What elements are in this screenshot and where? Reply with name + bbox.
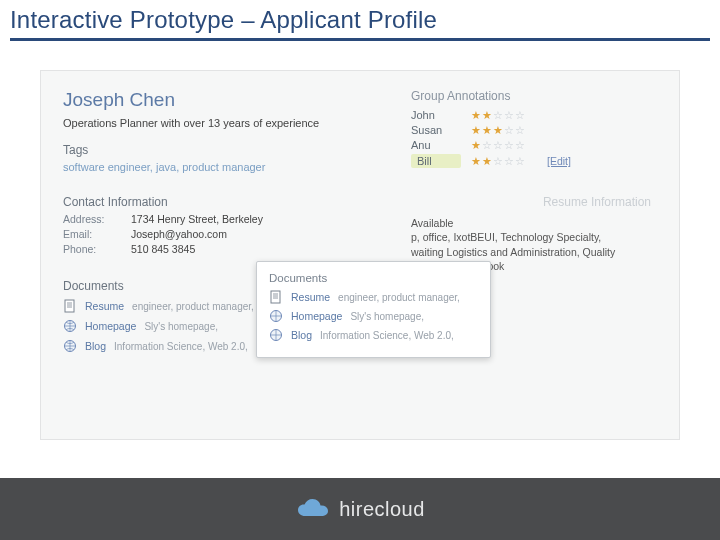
- resume-info-heading: Resume Information: [411, 194, 651, 210]
- document-tags: Sly's homepage,: [350, 311, 424, 322]
- applicant-name: Joseph Chen: [63, 89, 323, 111]
- contact-email-row: Email: Joseph@yahoo.com: [63, 228, 323, 240]
- star-icon: ☆: [504, 140, 514, 151]
- document-tags: engineer, product manager,: [132, 301, 254, 312]
- contact-address-label: Address:: [63, 213, 121, 225]
- star-icon: ☆: [515, 110, 525, 121]
- document-tags: engineer, product manager,: [338, 292, 460, 303]
- globe-icon: [63, 339, 77, 353]
- star-icon: ★: [482, 156, 492, 167]
- slide-title: Interactive Prototype – Applicant Profil…: [0, 0, 720, 36]
- applicant-headline: Operations Planner with over 13 years of…: [63, 117, 323, 129]
- star-icon: ☆: [504, 156, 514, 167]
- star-icon: ★: [482, 110, 492, 121]
- document-tags: Information Science, Web 2.0,: [320, 330, 454, 341]
- document-link[interactable]: Homepage: [291, 310, 342, 322]
- star-icon: ☆: [504, 125, 514, 136]
- documents-popup[interactable]: Documents Resume engineer, product manag…: [256, 261, 491, 358]
- annotation-row-editable: Bill ★ ★ ☆ ☆ ☆ [Edit]: [411, 154, 651, 168]
- annotator-name: Anu: [411, 139, 461, 151]
- edit-link[interactable]: [Edit]: [547, 155, 571, 167]
- brand-name: hirecloud: [339, 498, 425, 521]
- document-link[interactable]: Resume: [291, 291, 330, 303]
- tags-value[interactable]: software engineer, java, product manager: [63, 161, 323, 173]
- document-tags: Information Science, Web 2.0,: [114, 341, 248, 352]
- star-icon: ★: [471, 156, 481, 167]
- star-icon: ★: [471, 125, 481, 136]
- contact-phone-label: Phone:: [63, 243, 121, 255]
- file-icon: [63, 299, 77, 313]
- globe-icon: [269, 328, 283, 342]
- document-tags: Sly's homepage,: [144, 321, 218, 332]
- resume-info-line: waiting Logistics and Administration, Qu…: [411, 245, 651, 259]
- contact-phone-value: 510 845 3845: [131, 243, 323, 255]
- cloud-icon: [295, 498, 331, 520]
- contact-phone-row: Phone: 510 845 3845: [63, 243, 323, 255]
- rating-stars[interactable]: ★ ★ ★ ☆ ☆: [471, 125, 525, 136]
- rating-stars[interactable]: ★ ☆ ☆ ☆ ☆: [471, 140, 525, 151]
- annotator-name: Susan: [411, 124, 461, 136]
- annotation-row: Susan ★ ★ ★ ☆ ☆: [411, 124, 651, 136]
- globe-icon: [269, 309, 283, 323]
- annotation-row: John ★ ★ ☆ ☆ ☆: [411, 109, 651, 121]
- star-icon: ★: [471, 140, 481, 151]
- star-icon: ☆: [493, 156, 503, 167]
- file-icon: [269, 290, 283, 304]
- annotator-name: Bill: [411, 154, 461, 168]
- star-icon: ☆: [515, 140, 525, 151]
- globe-icon: [63, 319, 77, 333]
- document-link[interactable]: Blog: [291, 329, 312, 341]
- star-icon: ☆: [493, 110, 503, 121]
- rating-stars[interactable]: ★ ★ ☆ ☆ ☆: [471, 156, 525, 167]
- document-row[interactable]: Blog Information Science, Web 2.0,: [269, 328, 478, 342]
- star-icon: ☆: [504, 110, 514, 121]
- star-icon: ☆: [515, 156, 525, 167]
- tags-heading: Tags: [63, 143, 323, 157]
- star-icon: ☆: [515, 125, 525, 136]
- contact-heading: Contact Information: [63, 195, 323, 209]
- group-annotations-heading: Group Annotations: [411, 89, 651, 103]
- document-row[interactable]: Homepage Sly's homepage,: [269, 309, 478, 323]
- annotator-name: John: [411, 109, 461, 121]
- star-icon: ★: [471, 110, 481, 121]
- annotation-row: Anu ★ ☆ ☆ ☆ ☆: [411, 139, 651, 151]
- star-icon: ☆: [493, 140, 503, 151]
- contact-email-label: Email:: [63, 228, 121, 240]
- rating-stars[interactable]: ★ ★ ☆ ☆ ☆: [471, 110, 525, 121]
- resume-info-line: p, office, IxotBEUI, Technology Specialt…: [411, 230, 651, 244]
- contact-email-value: Joseph@yahoo.com: [131, 228, 323, 240]
- right-column: Group Annotations John ★ ★ ☆ ☆ ☆ Susan ★…: [411, 89, 651, 273]
- footer-bar: hirecloud: [0, 478, 720, 540]
- title-underline: [10, 38, 710, 41]
- document-link[interactable]: Resume: [85, 300, 124, 312]
- document-link[interactable]: Homepage: [85, 320, 136, 332]
- brand-logo: hirecloud: [295, 498, 425, 521]
- popup-heading: Documents: [269, 272, 478, 284]
- star-icon: ★: [493, 125, 503, 136]
- applicant-profile-app: Joseph Chen Operations Planner with over…: [40, 70, 680, 440]
- contact-address-row: Address: 1734 Henry Street, Berkeley: [63, 213, 323, 225]
- star-icon: ★: [482, 125, 492, 136]
- document-link[interactable]: Blog: [85, 340, 106, 352]
- document-row[interactable]: Resume engineer, product manager,: [269, 290, 478, 304]
- svg-rect-3: [271, 291, 280, 303]
- contact-address-value: 1734 Henry Street, Berkeley: [131, 213, 323, 225]
- svg-rect-0: [65, 300, 74, 312]
- star-icon: ☆: [482, 140, 492, 151]
- resume-info-line: Available: [411, 216, 651, 230]
